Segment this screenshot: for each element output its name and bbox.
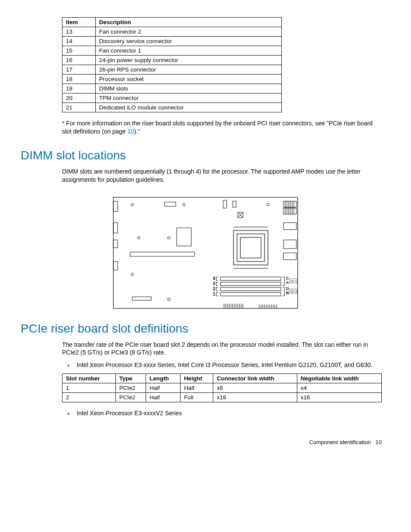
svg-text:B: B (286, 291, 289, 295)
dimm-para: DIMM slots are numbered sequentially (1 … (62, 168, 382, 184)
svg-point-35 (168, 298, 170, 301)
svg-rect-22 (283, 223, 296, 230)
table-row: 21Dedicated iLO module connector (62, 103, 282, 112)
pcie-para: The transfer rate of the PCIe riser boar… (62, 341, 382, 357)
motherboard-diagram: 4 3 2 1 C A D B Ch 1 Ch 2 (113, 197, 298, 309)
svg-rect-40 (221, 292, 281, 296)
svg-point-26 (168, 236, 170, 239)
svg-rect-39 (221, 287, 281, 291)
th-desc: Description (96, 18, 282, 27)
bullet-item: Intel Xeon Processor E3-xxxxV2 Series (62, 409, 382, 417)
heading-pcie: PCIe riser board slot definitions (21, 322, 390, 336)
svg-rect-28 (234, 230, 268, 265)
svg-point-6 (183, 203, 185, 206)
table-row: 18Processor socket (62, 75, 282, 84)
svg-point-34 (131, 273, 134, 276)
svg-rect-4 (113, 261, 118, 270)
svg-rect-1 (113, 201, 118, 212)
svg-text:D: D (286, 286, 289, 291)
svg-rect-36 (132, 297, 151, 300)
table-row: 1 PCIe2 Half Half x8 x4 (62, 383, 382, 393)
slot-num-3: 3 (213, 281, 215, 286)
page-footer: Component identification 10 (21, 439, 390, 445)
svg-point-5 (131, 203, 134, 206)
svg-text:Ch 1: Ch 1 (290, 280, 297, 283)
svg-rect-8 (165, 202, 176, 206)
svg-text:C: C (286, 276, 289, 280)
slot-num-4: 4 (213, 276, 215, 281)
svg-rect-3 (113, 240, 118, 248)
slot-num-2: 2 (213, 286, 215, 291)
page-link[interactable]: 10 (128, 128, 134, 135)
svg-rect-9 (223, 200, 227, 208)
table-row: 15Fan connector 1 (62, 46, 282, 56)
table-row: 13Fan connector 2 (62, 27, 282, 37)
svg-rect-24 (283, 253, 296, 260)
svg-rect-10 (233, 201, 236, 207)
svg-text:A: A (286, 280, 289, 285)
table-row: 19DIMM slots (62, 84, 282, 93)
svg-point-7 (267, 203, 269, 206)
svg-point-25 (137, 236, 140, 239)
slot-num-1: 1 (213, 292, 215, 296)
table-row: 20TPM connector (62, 93, 282, 103)
pcie-table: Slot number Type Length Height Connector… (62, 373, 382, 402)
svg-rect-30 (240, 237, 261, 258)
table-row: 1726-pin RPS connector (62, 65, 282, 75)
table-row: 14Discovery service connector (62, 37, 282, 46)
table-row: 2 PCIe2 Half Full x16 x16 (62, 393, 382, 402)
svg-rect-38 (221, 282, 281, 286)
svg-rect-27 (177, 228, 191, 246)
svg-rect-0 (113, 197, 298, 308)
bullet-item: Intel Xeon Processor E3-xxxx Series, Int… (62, 361, 382, 369)
components-table: Item Description 13Fan connector 2 14Dis… (62, 17, 282, 112)
svg-rect-37 (221, 277, 281, 280)
footnote-text: * For more information on the riser boar… (62, 119, 382, 136)
svg-rect-2 (113, 223, 118, 233)
th-item: Item (62, 18, 96, 27)
heading-dimm: DIMM slot locations (21, 149, 390, 162)
svg-rect-29 (237, 234, 265, 261)
svg-rect-33 (130, 252, 195, 256)
table-row: 1624-pin power supply connector (62, 56, 282, 65)
svg-rect-23 (283, 240, 296, 249)
svg-text:Ch 2: Ch 2 (290, 290, 297, 293)
